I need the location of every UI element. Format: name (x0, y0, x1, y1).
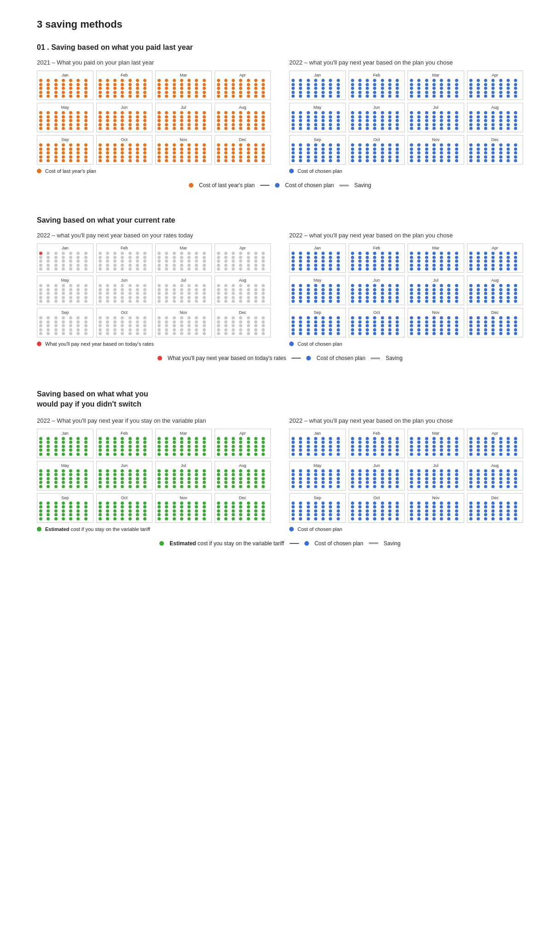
month-box-may: May (289, 103, 346, 132)
month-label: Aug (469, 105, 521, 110)
month-label: Apr (217, 431, 269, 436)
month-label: Oct (351, 310, 403, 315)
month-box-oct: Oct (349, 493, 405, 523)
cl-line1 (260, 185, 269, 186)
month-label: Jul (410, 105, 462, 110)
month-box-aug: Aug (467, 276, 524, 305)
month-label: Mar (410, 73, 462, 77)
month-label: May (292, 463, 344, 468)
green-dot-legend (37, 527, 41, 531)
month-box-jan: Jan (289, 71, 346, 100)
month-label: Mar (158, 431, 210, 436)
month-box-apr: Apr (467, 71, 524, 100)
section3-left-legend: Estimated cost if you stay on the variab… (37, 526, 271, 532)
blue-dot-legend (289, 169, 294, 173)
month-box-aug: Aug (215, 103, 271, 132)
month-box-apr: Apr (467, 429, 524, 458)
month-label: Nov (158, 310, 210, 315)
month-box-nov: Nov (408, 308, 464, 337)
month-box-s2-sep: Sep (37, 308, 93, 337)
orange-dot-legend (37, 169, 41, 173)
section2-left-grid: JanFebMarAprMayJunJulAugSepOctNovDec (37, 243, 271, 337)
month-label: Aug (217, 105, 269, 110)
month-box-s2-dec: Dec (215, 308, 271, 337)
month-box-dec: Dec (467, 493, 524, 523)
month-label: Nov (410, 496, 462, 500)
month-label: Feb (351, 431, 403, 436)
section1-right-subtitle: 2022 – what you'll pay next year based o… (289, 59, 523, 66)
month-label: Aug (469, 463, 521, 468)
section3-left: 2022 – What you'll pay next year if you … (37, 417, 271, 532)
month-label: Oct (99, 137, 151, 142)
month-box-oct: Oct (96, 135, 153, 165)
section1-right-legend: Cost of chosen plan (289, 168, 523, 174)
month-box-mar: Mar (408, 243, 464, 273)
month-box-s2-jan: Jan (37, 243, 93, 273)
month-box-sep: Sep (37, 135, 93, 165)
section3-right-legend: Cost of chosen plan (289, 526, 523, 532)
month-label: Feb (351, 73, 403, 77)
month-box-jun: Jun (96, 461, 153, 490)
month-box-jul: Jul (155, 103, 212, 132)
month-box-jul: Jul (408, 461, 464, 490)
month-box-dec: Dec (467, 308, 524, 337)
month-label: May (39, 105, 91, 110)
month-box-oct: Oct (349, 308, 405, 337)
month-box-apr: Apr (215, 429, 271, 458)
month-label: Jun (99, 105, 151, 110)
month-box-jan: Jan (289, 243, 346, 273)
month-box-apr: Apr (215, 71, 271, 100)
section1-left-grid: JanFebMarAprMayJunJulAugSepOctNovDec (37, 71, 271, 165)
section2-left: 2022 – what you'll pay next year based o… (37, 232, 271, 347)
cl-line3 (290, 543, 299, 544)
cl-dline2 (371, 358, 380, 359)
month-box-s2-jul: Jul (155, 276, 212, 305)
cl-green-dot (159, 541, 164, 546)
month-label: Jun (351, 463, 403, 468)
month-box-jun: Jun (349, 276, 405, 305)
month-label: Jul (158, 278, 210, 283)
month-box-s2-nov: Nov (155, 308, 212, 337)
red-dot-legend (37, 342, 41, 346)
month-label: Oct (99, 310, 151, 315)
month-label: Dec (469, 310, 521, 315)
cl-blue-dot2 (306, 356, 311, 360)
month-label: Dec (217, 310, 269, 315)
month-box-dec: Dec (215, 135, 271, 165)
month-label: Jan (39, 246, 91, 250)
month-label: Jan (292, 246, 344, 250)
month-label: Nov (410, 310, 462, 315)
section3-title: Saving based on what what youwould pay i… (37, 389, 523, 410)
month-label: Sep (39, 496, 91, 500)
section-1: 01 . Saving based on what you paid last … (37, 43, 523, 189)
section1-left-legend: Cost of last year's plan (37, 168, 271, 174)
section2-left-subtitle: 2022 – what you'll pay next year based o… (37, 232, 271, 239)
month-box-aug: Aug (467, 461, 524, 490)
cl-dline3 (369, 543, 378, 544)
blue-dot-legend3 (289, 527, 294, 531)
month-label: Jan (292, 431, 344, 436)
month-label: Jan (39, 431, 91, 436)
month-label: Sep (39, 310, 91, 315)
month-label: Apr (469, 431, 521, 436)
month-label: Jan (39, 73, 91, 77)
month-box-aug: Aug (467, 103, 524, 132)
month-box-mar: Mar (155, 429, 212, 458)
month-box-nov: Nov (155, 135, 212, 165)
month-label: Mar (410, 246, 462, 250)
month-label: Jun (99, 463, 151, 468)
month-box-jul: Jul (408, 103, 464, 132)
month-box-sep: Sep (289, 493, 346, 523)
month-box-s2-jun: Jun (96, 276, 153, 305)
section3-left-subtitle: 2022 – What you'll pay next year if you … (37, 417, 271, 424)
month-box-may: May (289, 461, 346, 490)
cl-dline1 (339, 185, 349, 186)
month-label: Apr (469, 246, 521, 250)
month-box-mar: Mar (408, 429, 464, 458)
month-box-jan: Jan (289, 429, 346, 458)
month-box-jan: Jan (37, 71, 93, 100)
section3-center-legend: Estimated cost if you stay on the variab… (37, 540, 523, 547)
section3-right-subtitle: 2022 – what you'll pay next year based o… (289, 417, 523, 424)
month-box-may: May (37, 103, 93, 132)
month-label: Aug (217, 278, 269, 283)
